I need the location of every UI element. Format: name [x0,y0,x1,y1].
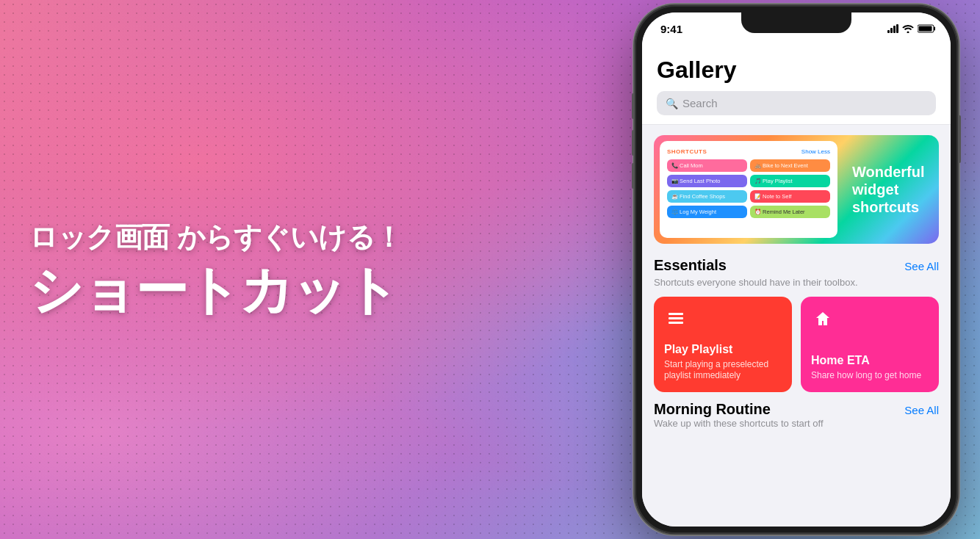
left-text-section: ロック画面 からすぐいける！ ショートカット [29,220,411,320]
svg-rect-2 [919,26,932,32]
morning-routine-section: Morning Routine See All Wake up with the… [642,398,951,435]
essentials-title: Essentials [654,257,727,274]
phone-notch [741,12,851,33]
essentials-description: Shortcuts everyone should have in their … [654,277,939,288]
gallery-header: Gallery 🔍 Search [642,45,951,125]
svg-rect-4 [669,317,683,319]
show-less-button[interactable]: Show Less [801,148,830,155]
shortcuts-header: SHORTCUTS Show Less [667,148,830,155]
status-icons [887,24,936,33]
home-eta-desc: Share how long to get home [811,370,929,382]
home-eta-card-content: Home ETA Share how long to get home [811,354,929,382]
play-playlist-icon [664,307,688,330]
search-bar[interactable]: 🔍 Search [657,91,936,115]
list-item[interactable]: 📞 Call Mom [667,159,747,172]
play-playlist-desc: Start playing a preselected playlist imm… [664,359,782,382]
list-item[interactable]: 🚲 Bike to Next Event [750,159,830,172]
widget-banner-right: Wonderful widget shortcuts [843,135,939,244]
main-title-text: ショートカット [29,261,411,319]
list-item[interactable]: 📝 Note to Self [750,190,830,203]
signal-icon [887,24,898,33]
widget-banner-left: SHORTCUTS Show Less 📞 Call Mom 🚲 Bike to… [660,141,837,238]
scroll-area: SHORTCUTS Show Less 📞 Call Mom 🚲 Bike to… [642,125,951,435]
morning-routine-header: Morning Routine See All [654,401,939,418]
home-eta-icon [811,307,835,330]
phone-frame: 9:41 [635,5,958,534]
morning-routine-see-all[interactable]: See All [904,404,939,416]
svg-rect-1 [934,27,935,31]
phone-container: 9:41 [635,0,958,539]
morning-routine-desc: Wake up with these shortcuts to start of… [654,418,939,429]
gallery-title: Gallery [657,57,936,84]
essentials-see-all[interactable]: See All [904,260,939,272]
wifi-icon [902,24,914,33]
list-item[interactable]: ☕ Find Coffee Shops [667,190,747,203]
status-time: 9:41 [660,23,682,35]
essentials-section: Essentials See All Shortcuts everyone sh… [642,254,951,398]
list-item[interactable]: 📷 Send Last Photo [667,175,747,187]
search-placeholder: Search [682,97,718,109]
list-item[interactable]: ⚖️ Log My Weight [667,206,747,218]
svg-rect-3 [669,313,683,315]
list-item[interactable]: ⏰ Remind Me Later [750,206,830,218]
morning-routine-title: Morning Routine [654,401,771,418]
search-icon: 🔍 [666,98,678,109]
shortcuts-label: SHORTCUTS [667,148,707,155]
shortcut-grid: 📞 Call Mom 🚲 Bike to Next Event 📷 Send L… [667,159,830,218]
play-playlist-card-content: Play Playlist Start playing a preselecte… [664,343,782,382]
screen-content: Gallery 🔍 Search SHORTCUTS Show Less [642,45,951,527]
phone-screen: 9:41 [642,12,951,527]
play-playlist-card[interactable]: Play Playlist Start playing a preselecte… [654,297,792,392]
widget-banner[interactable]: SHORTCUTS Show Less 📞 Call Mom 🚲 Bike to… [654,135,939,244]
battery-icon [918,24,936,33]
widget-banner-text: Wonderful widget shortcuts [852,163,930,216]
subtitle-text: ロック画面 からすぐいける！ [29,220,411,256]
play-playlist-title: Play Playlist [664,343,782,356]
shortcut-cards-row: Play Playlist Start playing a preselecte… [654,297,939,392]
list-item[interactable]: 🎵 Play Playlist [750,175,830,187]
home-eta-card[interactable]: Home ETA Share how long to get home [801,297,939,392]
svg-rect-5 [669,322,683,324]
home-eta-title: Home ETA [811,354,929,367]
essentials-header: Essentials See All [654,257,939,274]
